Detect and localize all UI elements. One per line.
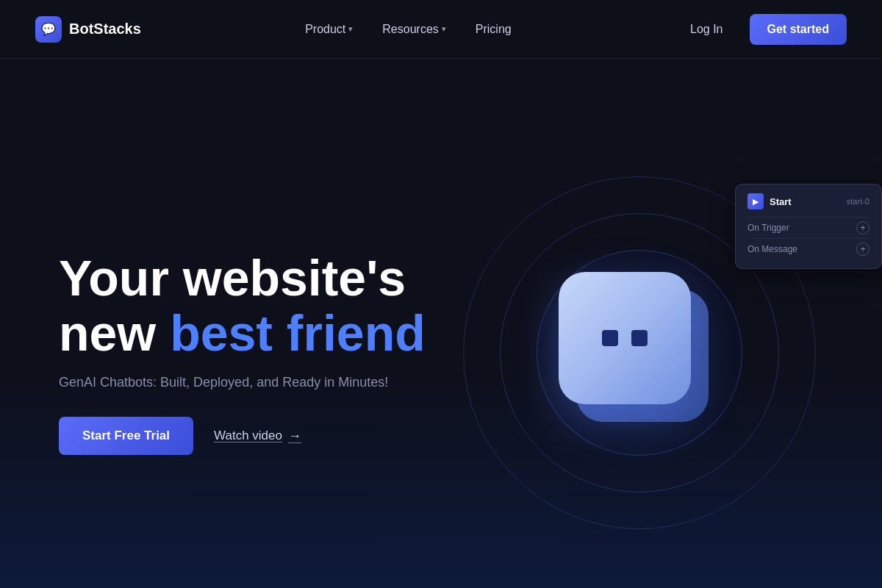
logo-icon: 💬 — [35, 16, 62, 43]
hero-visual: ▶ Start start-0 On Trigger + On Message … — [456, 169, 823, 537]
card-row-message-icon: + — [856, 243, 870, 256]
hero-section: Your website's new best friend GenAI Cha… — [0, 59, 882, 588]
watch-video-button[interactable]: Watch video → — [214, 429, 301, 444]
hero-actions: Start Free Trial Watch video → — [59, 417, 426, 455]
nav-item-resources[interactable]: Resources ▾ — [370, 17, 457, 42]
bot-body — [559, 272, 706, 419]
nav-resources-label: Resources — [382, 23, 438, 36]
hero-subtitle: GenAI Chatbots: Built, Deployed, and Rea… — [59, 375, 426, 390]
bot-main-body — [559, 272, 691, 404]
bot-eyes — [602, 330, 648, 346]
bot-eye-left — [602, 330, 618, 346]
card-header-left: ▶ Start — [747, 193, 792, 209]
chevron-down-icon: ▾ — [348, 24, 353, 34]
get-started-button[interactable]: Get started — [750, 14, 847, 45]
chevron-down-icon: ▾ — [442, 24, 446, 34]
login-button[interactable]: Log In — [675, 15, 737, 43]
card-row-trigger-label: On Trigger — [747, 223, 789, 233]
card-title: Start — [770, 196, 792, 207]
navbar: 💬 BotStacks Product ▾ Resources ▾ Pricin… — [0, 0, 882, 59]
hero-title-line2-plain: new — [59, 305, 170, 361]
arrow-right-icon: → — [288, 429, 301, 444]
card-row-message: On Message + — [747, 238, 870, 259]
hero-title: Your website's new best friend — [59, 251, 426, 361]
nav-brand: 💬 BotStacks — [35, 16, 141, 43]
nav-pricing-label: Pricing — [476, 23, 512, 36]
nav-item-pricing[interactable]: Pricing — [464, 17, 523, 42]
start-trial-button[interactable]: Start Free Trial — [59, 417, 193, 455]
bot-illustration — [559, 272, 720, 434]
brand-name: BotStacks — [69, 21, 141, 37]
hero-content: Your website's new best friend GenAI Cha… — [59, 251, 426, 456]
hero-title-line1: Your website's — [59, 250, 406, 306]
hero-title-highlight: best friend — [170, 305, 426, 361]
nav-product-label: Product — [305, 23, 345, 36]
card-row-message-label: On Message — [747, 244, 797, 254]
nav-links: Product ▾ Resources ▾ Pricing — [293, 17, 523, 42]
card-row-trigger: On Trigger + — [747, 217, 870, 238]
nav-item-product[interactable]: Product ▾ — [293, 17, 365, 42]
bot-eye-right — [631, 330, 648, 346]
card-header: ▶ Start start-0 — [747, 193, 870, 209]
card-play-icon: ▶ — [747, 193, 764, 209]
card-id: start-0 — [847, 197, 870, 206]
watch-video-label: Watch video — [214, 429, 282, 443]
card-row-trigger-icon: + — [856, 221, 870, 234]
floating-card: ▶ Start start-0 On Trigger + On Message … — [735, 184, 882, 269]
nav-actions: Log In Get started — [675, 14, 847, 45]
